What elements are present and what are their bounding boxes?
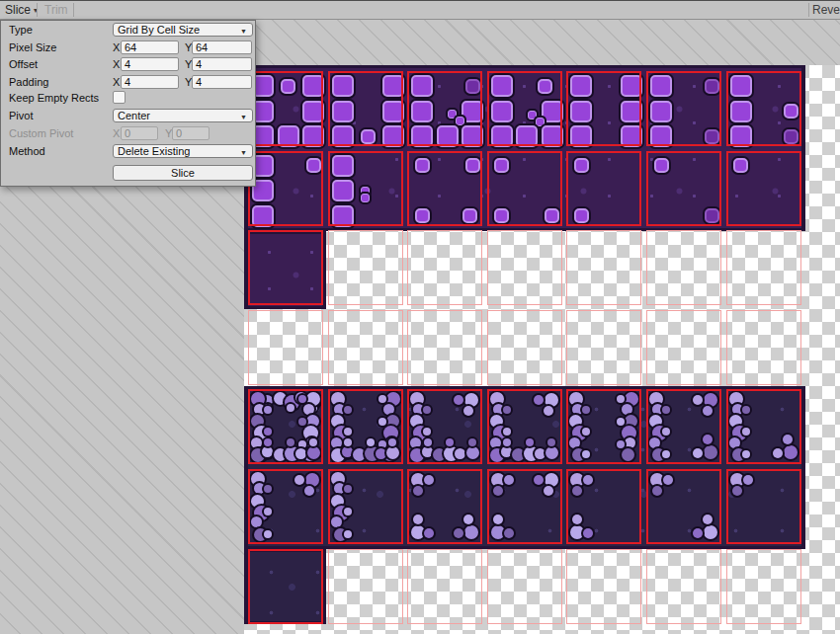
sprite-slice-rect[interactable] — [566, 389, 641, 464]
sprite-slice-rect[interactable] — [407, 469, 482, 544]
sprite-slice-rect[interactable] — [487, 389, 562, 464]
sprite-editor-window: Slice▾ Trim Revert Type Grid By Cell Siz… — [0, 0, 840, 634]
sprite-slice-rect[interactable] — [646, 151, 721, 226]
sprite-slice-rect[interactable] — [566, 151, 641, 226]
pixel-size-y-field[interactable]: 64 — [192, 40, 252, 54]
sprite-slice-rect[interactable] — [248, 151, 323, 226]
sprite-slice-rect[interactable] — [726, 389, 801, 464]
offset-x-label: X — [113, 57, 120, 71]
custom-pivot-x-label: X — [113, 126, 120, 140]
slice-settings-panel: Type Grid By Cell Size ▼ Pixel Size X 64… — [0, 20, 256, 187]
empty-slice-rect — [566, 230, 641, 305]
toolbar-separator — [37, 3, 38, 17]
pivot-dropdown-value: Center — [118, 110, 150, 121]
sprite-slice-rect[interactable] — [248, 389, 323, 464]
sprite-slice-rect[interactable] — [248, 469, 323, 544]
sprite-slice-rect[interactable] — [566, 469, 641, 544]
custom-pivot-x-field: 0 — [121, 126, 158, 140]
sprite-slice-rect[interactable] — [646, 469, 721, 544]
sprite-slice-rect[interactable] — [248, 230, 323, 305]
sprite-slice-rect[interactable] — [726, 151, 801, 226]
empty-slice-rect — [407, 230, 482, 305]
pixel-size-x-field[interactable]: 64 — [121, 40, 179, 54]
sprite-slice-rect[interactable] — [566, 71, 641, 146]
sprite-slice-rect[interactable] — [248, 549, 323, 624]
empty-slice-rect — [566, 549, 641, 624]
method-dropdown[interactable]: Delete Existing ▼ — [113, 144, 253, 158]
empty-slice-rect — [487, 549, 562, 624]
empty-slice-rect — [328, 310, 403, 385]
sprite-slice-rect[interactable] — [726, 469, 801, 544]
sprite-slice-rect[interactable] — [487, 151, 562, 226]
type-label: Type — [9, 23, 33, 37]
padding-x-field[interactable]: 4 — [121, 75, 179, 89]
offset-y-field[interactable]: 4 — [192, 57, 252, 71]
empty-slice-rect — [646, 549, 721, 624]
padding-x-label: X — [113, 75, 120, 89]
empty-slice-rect — [726, 230, 801, 305]
pivot-label: Pivot — [9, 109, 33, 122]
keep-empty-rects-checkbox[interactable] — [113, 91, 126, 104]
empty-slice-rect — [726, 549, 801, 624]
method-label: Method — [9, 144, 45, 158]
empty-slice-rect — [487, 310, 562, 385]
empty-slice-rect — [328, 230, 403, 305]
sprite-slice-rect[interactable] — [726, 71, 801, 146]
sprite-slice-rect[interactable] — [407, 389, 482, 464]
sprite-slice-rect[interactable] — [328, 71, 403, 146]
sprite-slice-rect[interactable] — [407, 151, 482, 226]
empty-slice-rect — [248, 310, 323, 385]
chevron-down-icon: ▼ — [240, 147, 247, 159]
empty-slice-rect — [407, 310, 482, 385]
method-dropdown-value: Delete Existing — [118, 145, 190, 157]
sprite-slice-rect[interactable] — [328, 389, 403, 464]
padding-y-field[interactable]: 4 — [192, 75, 252, 89]
chevron-down-icon: ▼ — [240, 26, 247, 38]
sprite-slice-rect[interactable] — [328, 469, 403, 544]
empty-slice-rect — [407, 549, 482, 624]
toolbar-separator — [73, 3, 74, 17]
empty-slice-rect — [726, 310, 801, 385]
pixel-size-label: Pixel Size — [9, 40, 56, 54]
revert-button[interactable]: Revert — [812, 3, 840, 19]
type-dropdown-value: Grid By Cell Size — [118, 24, 200, 36]
empty-slice-rect — [328, 549, 403, 624]
custom-pivot-y-field: 0 — [172, 126, 210, 140]
type-dropdown[interactable]: Grid By Cell Size ▼ — [113, 23, 253, 37]
offset-x-field[interactable]: 4 — [121, 57, 179, 71]
slice-execute-button[interactable]: Slice — [113, 165, 253, 181]
padding-label: Padding — [9, 75, 48, 89]
sprite-slice-rect[interactable] — [328, 151, 403, 226]
pixel-size-x-label: X — [113, 40, 120, 54]
slice-menu-button[interactable]: Slice▾ — [5, 3, 38, 19]
trim-button: Trim — [44, 3, 68, 19]
pivot-dropdown[interactable]: Center ▼ — [113, 109, 253, 122]
chevron-down-icon: ▼ — [240, 112, 247, 123]
keep-empty-rects-label: Keep Empty Rects — [9, 91, 99, 105]
custom-pivot-label: Custom Pivot — [9, 126, 73, 140]
sprite-slice-rect[interactable] — [407, 71, 482, 146]
empty-slice-rect — [566, 310, 641, 385]
sprite-slice-rect[interactable] — [646, 71, 721, 146]
sprite-slice-rect[interactable] — [646, 389, 721, 464]
empty-slice-rect — [646, 310, 721, 385]
empty-slice-rect — [487, 230, 562, 305]
sprite-slice-rect[interactable] — [487, 469, 562, 544]
sprite-slice-rect[interactable] — [487, 71, 562, 146]
sprite-slice-rect[interactable] — [248, 71, 323, 146]
empty-slice-rect — [646, 230, 721, 305]
offset-label: Offset — [9, 57, 38, 71]
slice-menu-label: Slice — [5, 3, 31, 17]
toolbar-separator — [808, 3, 809, 17]
sprite-editor-toolbar: Slice▾ Trim Revert — [0, 0, 840, 20]
